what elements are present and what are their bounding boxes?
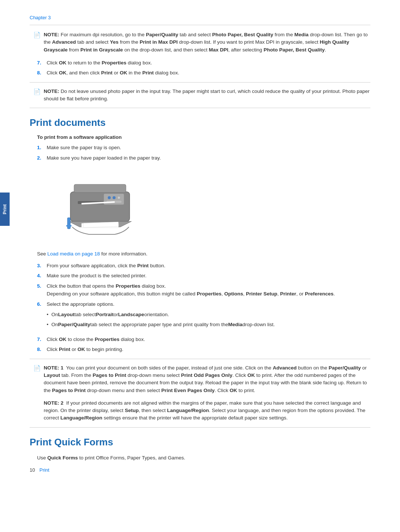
subheading-print-software: To print from a software application [30, 134, 370, 140]
divider-after-note2 [30, 108, 370, 108]
divider-after-steps [30, 82, 370, 83]
step-8-top: 8. Click OK, and then click Print or OK … [37, 69, 370, 77]
chapter-label: Chapter 3 [30, 15, 370, 20]
bullet-layout: On Layout tab select Portrait or Landsca… [47, 311, 275, 319]
footer-section: Print [39, 467, 49, 473]
printer-illustration [59, 170, 141, 244]
printer-svg [59, 170, 141, 244]
page-footer: 10 Print [30, 467, 370, 473]
step-8: 8. Click Print or OK to begin printing. [37, 345, 370, 354]
note1-icon: 📄 [33, 31, 41, 39]
load-media-link[interactable]: Load media on page 18 [47, 251, 100, 257]
step-1: 1. Make sure the paper tray is open. [37, 144, 370, 152]
svg-rect-11 [67, 218, 70, 229]
note2-icon: 📄 [33, 88, 41, 95]
step-3: 3. From your software application, click… [37, 262, 370, 270]
svg-rect-12 [66, 225, 71, 227]
note4-text: NOTE: 2 If your printed documents are no… [44, 399, 370, 422]
top-steps-list: 7. Click OK to return to the Properties … [30, 59, 370, 77]
note3-icon: 📄 [33, 365, 41, 372]
page-container: Print Chapter 3 📄 NOTE: For maximum dpi … [0, 0, 400, 484]
step-5: 5. Click the button that opens the Prope… [37, 282, 370, 298]
divider-after-steps-8 [30, 359, 370, 359]
note1-block: 📄 NOTE: For maximum dpi resolution, go t… [30, 31, 370, 54]
step-2: 2. Make sure you have paper loaded in th… [37, 154, 370, 162]
top-divider [30, 25, 370, 25]
svg-rect-1 [74, 184, 126, 193]
note3-block: 📄 NOTE: 1 You can print your document on… [30, 364, 370, 394]
print-quick-forms-heading: Print Quick Forms [30, 436, 370, 448]
step-6: 6. Select the appropriate options. On La… [37, 300, 370, 333]
step-7-top: 7. Click OK to return to the Properties … [37, 59, 370, 67]
options-bullet-list: On Layout tab select Portrait or Landsca… [37, 311, 275, 331]
steps-3-8-list: 3. From your software application, click… [30, 262, 370, 354]
step-4: 4. Make sure the product is the selected… [37, 272, 370, 280]
note3-text: NOTE: 1 You can print your document on b… [44, 364, 370, 394]
side-tab: Print [0, 193, 10, 226]
svg-point-5 [113, 196, 116, 199]
footer-page-num: 10 [30, 467, 35, 473]
svg-point-6 [118, 197, 120, 199]
bullet-paper-quality: On Paper/Quality tab select the appropri… [47, 321, 275, 329]
print-quick-forms-desc: Use Quick Forms to print Office Forms, P… [30, 454, 370, 462]
side-tab-label: Print [2, 204, 7, 214]
note2-text: NOTE: Do not leave unused photo paper in… [44, 88, 370, 103]
note4-block: 📄 NOTE: 2 If your printed documents are … [30, 399, 370, 422]
note1-text: NOTE: For maximum dpi resolution, go to … [44, 31, 370, 54]
see-link-text: See Load media on page 18 for more infor… [30, 251, 370, 257]
print-documents-heading: Print documents [30, 117, 370, 128]
step-7: 7. Click OK to close the Properties dial… [37, 335, 370, 344]
note2-block: 📄 NOTE: Do not leave unused photo paper … [30, 88, 370, 103]
divider-before-section2 [30, 427, 370, 428]
steps-1-2-list: 1. Make sure the paper tray is open. 2. … [30, 144, 370, 162]
svg-point-4 [108, 196, 111, 199]
